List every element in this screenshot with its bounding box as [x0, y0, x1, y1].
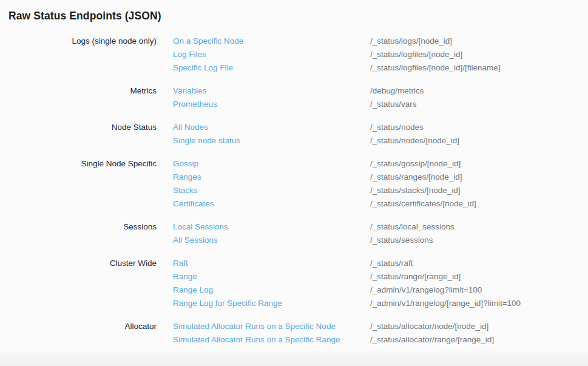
endpoint-link[interactable]: All Sessions [173, 236, 218, 245]
endpoint-link[interactable]: Raft [173, 259, 188, 268]
endpoint-group: MetricsVariables/debug/metricsPrometheus… [0, 84, 588, 111]
endpoint-link[interactable]: Specific Log File [173, 63, 233, 72]
endpoint-path: /_status/gossip/[node_id] [370, 157, 588, 171]
endpoint-link[interactable]: Log Files [173, 50, 206, 59]
endpoint-path: /_status/raft [370, 257, 588, 270]
endpoint-path: /_status/logfiles/[node_id]/[filename] [370, 61, 588, 75]
endpoint-link[interactable]: Variables [173, 86, 206, 95]
endpoint-group: Node StatusAll Nodes/_status/nodesSingle… [0, 121, 588, 147]
endpoint-link[interactable]: Simulated Allocator Runs on a Specific N… [173, 322, 336, 331]
endpoint-path: /_admin/v1/rangelog?limit=100 [370, 283, 588, 297]
endpoint-link[interactable]: All Nodes [173, 123, 208, 132]
endpoint-link[interactable]: Ranges [173, 172, 201, 181]
endpoint-path: /_status/range/[range_id] [370, 270, 588, 283]
page-title: Raw Status Endpoints (JSON) [8, 8, 588, 24]
endpoint-path: /_status/vars [370, 98, 588, 111]
category-label: Single Node Specific [0, 157, 157, 171]
endpoint-link[interactable]: Gossip [173, 159, 198, 168]
footer-strip [0, 351, 588, 366]
endpoint-link[interactable]: Prometheus [173, 100, 217, 109]
endpoint-path: /_status/allocator/range/[range_id] [370, 333, 588, 347]
endpoint-group: AllocatorSimulated Allocator Runs on a S… [0, 320, 588, 347]
endpoint-group: Single Node SpecificGossip/_status/gossi… [0, 157, 588, 211]
endpoint-group: Cluster WideRaft/_status/raftRange/_stat… [0, 257, 588, 310]
endpoint-path: /_status/ranges/[node_id] [370, 171, 588, 184]
category-label: Logs (single node only) [0, 35, 157, 48]
category-label: Metrics [0, 84, 157, 98]
endpoint-link[interactable]: Simulated Allocator Runs on a Specific R… [173, 335, 340, 344]
endpoint-path: /_status/allocator/node/[node_id] [370, 320, 588, 333]
endpoint-path: /_admin/v1/rangelog/[range_id]?limit=100 [370, 297, 588, 310]
endpoint-link[interactable]: Certificates [173, 199, 214, 208]
endpoint-path: /_status/logs/[node_id] [370, 35, 588, 48]
endpoint-link[interactable]: Stacks [173, 186, 198, 195]
endpoint-path: /_status/sessions [370, 234, 588, 247]
category-label: Sessions [0, 220, 157, 234]
endpoint-link[interactable]: On a Specific Node [173, 36, 243, 46]
endpoint-path: /_status/certificates/[node_id] [370, 197, 588, 211]
endpoint-group: Logs (single node only)On a Specific Nod… [0, 35, 588, 75]
endpoint-link[interactable]: Range [173, 272, 197, 281]
endpoint-path: /_status/local_sessions [370, 220, 588, 234]
endpoint-path: /debug/metrics [370, 84, 588, 98]
endpoint-link[interactable]: Range Log for Specific Range [173, 299, 282, 308]
endpoint-path: /_status/nodes/[node_id] [370, 134, 588, 147]
endpoint-link[interactable]: Local Sessions [173, 222, 228, 231]
endpoint-path: /_status/nodes [370, 121, 588, 134]
endpoint-group: SessionsLocal Sessions/_status/local_ses… [0, 220, 588, 247]
category-label: Node Status [0, 121, 157, 134]
endpoint-link[interactable]: Range Log [173, 285, 213, 294]
category-label: Cluster Wide [0, 257, 157, 270]
category-label: Allocator [0, 320, 157, 333]
endpoint-path: /_status/stacks/[node_id] [370, 184, 588, 197]
endpoint-path: /_status/logfiles/[node_id] [370, 48, 588, 61]
endpoint-link[interactable]: Single node status [173, 136, 240, 145]
endpoints-table: Logs (single node only)On a Specific Nod… [0, 35, 588, 347]
